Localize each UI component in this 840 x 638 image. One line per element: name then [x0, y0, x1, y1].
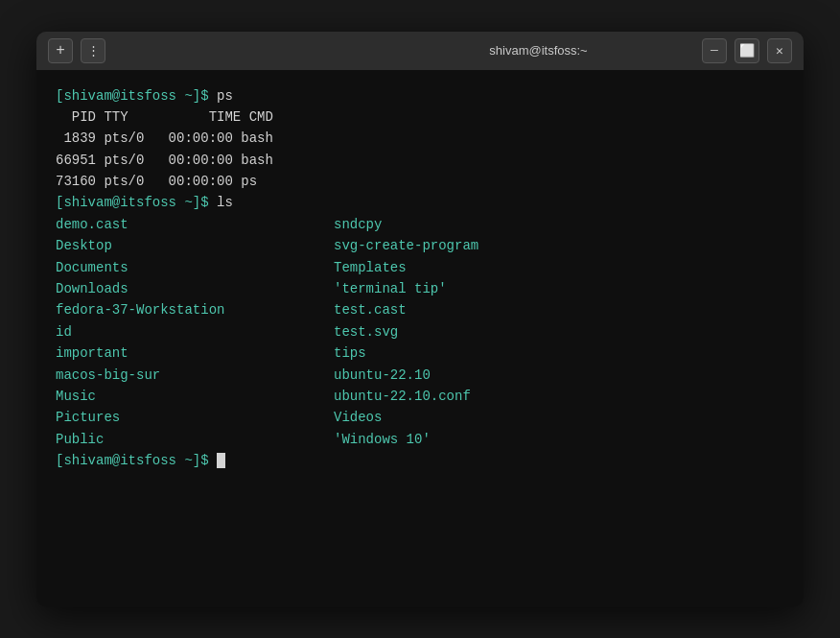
- ps-header: PID TTY TIME CMD: [56, 109, 273, 125]
- ls-item-6-right: test.svg: [334, 324, 398, 340]
- ls-item-1-left: demo.cast: [56, 214, 334, 235]
- window-title: shivam@itsfoss:~: [375, 43, 702, 58]
- ps-row-3: 73160 pts/0 00:00:00 ps: [56, 174, 257, 189]
- ls-item-11-left: Public: [56, 429, 334, 450]
- ps-row-1: 1839 pts/0 00:00:00 bash: [56, 130, 273, 146]
- ls-item-8-right: ubuntu-22.10: [334, 367, 431, 383]
- ls-item-4-left: Downloads: [56, 278, 334, 299]
- ls-item-9-right: ubuntu-22.10.conf: [334, 389, 471, 404]
- terminal-window: + ⋮ shivam@itsfoss:~ — ⬜ ✕ [shivam@itsfo…: [36, 32, 804, 607]
- new-tab-button[interactable]: +: [48, 38, 73, 63]
- cursor: [217, 453, 225, 468]
- ls-item-1-right: sndcpy: [334, 217, 382, 232]
- prompt-3: [shivam@itsfoss ~]$: [56, 453, 217, 468]
- titlebar: + ⋮ shivam@itsfoss:~ — ⬜ ✕: [36, 32, 804, 70]
- ls-item-3-left: Documents: [56, 257, 334, 278]
- restore-button[interactable]: ⬜: [735, 38, 759, 63]
- ls-item-5-left: fedora-37-Workstation: [56, 299, 334, 320]
- prompt-1: [shivam@itsfoss ~]$: [56, 88, 217, 104]
- close-button[interactable]: ✕: [767, 38, 792, 63]
- ls-item-3-right: Templates: [334, 260, 407, 275]
- titlebar-left-controls: + ⋮: [48, 38, 375, 63]
- ls-item-11-right: 'Windows 10': [334, 432, 431, 447]
- ls-item-2-left: Desktop: [56, 235, 334, 256]
- window-controls: — ⬜ ✕: [702, 38, 792, 63]
- ps-row-2: 66951 pts/0 00:00:00 bash: [56, 153, 273, 168]
- ls-item-10-left: Pictures: [56, 407, 334, 428]
- ls-item-4-right: 'terminal tip': [334, 281, 447, 296]
- ls-item-8-left: macos-big-sur: [56, 365, 334, 386]
- terminal-body[interactable]: [shivam@itsfoss ~]$ ps PID TTY TIME CMD …: [36, 70, 804, 607]
- terminal-content: [shivam@itsfoss ~]$ ps PID TTY TIME CMD …: [56, 85, 784, 472]
- ls-item-7-left: important: [56, 343, 334, 364]
- minimize-button[interactable]: —: [702, 38, 727, 63]
- ls-item-5-right: test.cast: [334, 302, 407, 318]
- ls-item-9-left: Music: [56, 386, 334, 407]
- menu-button[interactable]: ⋮: [81, 38, 105, 63]
- command-ls: ls: [217, 195, 233, 210]
- ls-item-10-right: Videos: [334, 410, 382, 425]
- command-ps: ps: [217, 88, 233, 104]
- ls-item-6-left: id: [56, 321, 334, 343]
- ls-item-7-right: tips: [334, 345, 366, 361]
- prompt-2: [shivam@itsfoss ~]$: [56, 195, 217, 210]
- ls-item-2-right: svg-create-program: [334, 238, 478, 253]
